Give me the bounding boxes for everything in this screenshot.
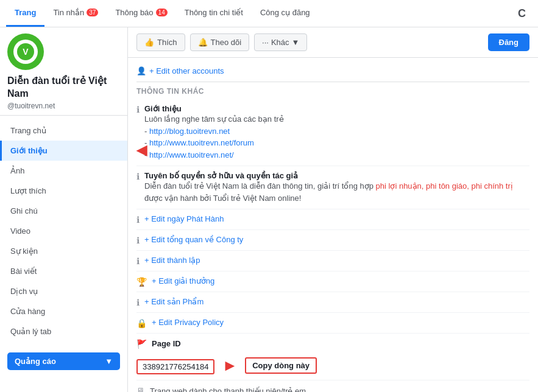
copy-dong-nay-label[interactable]: Copy dòng này: [245, 357, 317, 374]
edit-thanh-lap-link[interactable]: + Edit thành lập: [144, 256, 200, 265]
edit-giai-thuong-link[interactable]: + Edit giải thưởng: [152, 276, 214, 285]
forum-link[interactable]: http://www.tuoitrevn.net/forum: [149, 138, 254, 147]
edit-san-pham-link[interactable]: + Edit sản Phẩm: [144, 297, 204, 306]
person-icon: 👤: [136, 66, 146, 75]
tab-thong-tin-label: Thông tin chi tiết: [185, 8, 243, 17]
info-row-edit-tong-quan: ℹ + Edit tổng quan về Công ty: [136, 230, 529, 251]
tab-trang-label: Trang: [15, 8, 36, 17]
sidebar-username: @tuoitrevn.net: [7, 102, 120, 110]
info-circle-icon-6: ℹ: [136, 298, 140, 307]
info-row-edit-giai-thuong: 🏆 + Edit giải thưởng: [136, 271, 529, 292]
sidebar-gioi-thieu-label: Giới thiệu: [10, 146, 48, 155]
sidebar-item-ghi-chu[interactable]: Ghi chú: [0, 201, 127, 221]
info-row-gioi-thieu: ℹ Giới thiệu Luôn lắng nghe tâm sự của c…: [136, 99, 529, 166]
page-id-value[interactable]: 338921776254184: [136, 359, 214, 374]
arrow-right-icon: ◀: [136, 142, 147, 158]
info-row-edit-thanh-lap: ℹ + Edit thành lập: [136, 251, 529, 271]
sidebar-ghi-chu-label: Ghi chú: [10, 206, 38, 215]
nav-c-letter: C: [518, 7, 526, 20]
khac-button[interactable]: ··· Khác ▼: [254, 33, 307, 51]
sidebar-item-video[interactable]: Video: [0, 221, 127, 241]
edit-ngay-link[interactable]: + Edit ngày Phát Hành: [144, 214, 224, 223]
page-id-row: 338921776254184 ► Copy dòng này: [136, 356, 317, 375]
sidebar-item-dich-vu[interactable]: Dịch vụ: [0, 281, 127, 301]
arrow-right-page-id: ►: [222, 356, 238, 375]
info-row-page-id: 🚩 Page ID 338921776254184 ► Copy dòng nà…: [136, 334, 529, 380]
page-id-header: 🚩 Page ID: [136, 338, 181, 349]
action-buttons-row: 👍 Thích 🔔 Theo dõi ··· Khác ▼ Đăng: [128, 27, 538, 58]
dang-button[interactable]: Đăng: [488, 33, 530, 51]
ellipsis-icon: ···: [262, 38, 269, 47]
thong-bao-badge: 14: [156, 9, 168, 16]
shield-icon: 🔒: [136, 318, 147, 328]
sidebar-item-bai-viet[interactable]: Bài viết: [0, 261, 127, 281]
content-area: 👍 Thích 🔔 Theo dõi ··· Khác ▼ Đăng 👤 + E…: [128, 27, 538, 392]
avatar-inner: V: [13, 40, 38, 64]
info-section: 👤 + Edit other accounts THÔNG TIN KHÁC ℹ…: [128, 58, 538, 392]
tab-thong-bao-label: Thông báo: [115, 8, 153, 17]
sidebar-item-trang-chu[interactable]: Trang chủ: [0, 121, 127, 141]
trophy-icon: 🏆: [136, 277, 147, 287]
sidebar-su-kien-label: Sự kiện: [10, 247, 38, 256]
sidebar-page-name: Diễn đàn tuổi trẻ Việt Nam: [7, 75, 120, 100]
tab-tin-nhan-label: Tin nhắn: [53, 8, 84, 17]
tab-trang[interactable]: Trang: [6, 0, 44, 27]
sidebar-luot-thich-label: Lượt thích: [10, 186, 46, 195]
info-row-edit-ngay: ℹ + Edit ngày Phát Hành: [136, 209, 529, 230]
info-circle-icon-2: ℹ: [136, 172, 140, 181]
sidebar-item-quan-ly-tab[interactable]: Quản lý tab: [0, 321, 127, 341]
computer-icon: 🖥: [136, 386, 145, 392]
info-row-footer: 🖥 Trang web dành cho thanh thiếu niên/tr…: [136, 380, 529, 392]
tab-thong-tin-chi-tiet[interactable]: Thông tin chi tiết: [176, 0, 252, 27]
quangcao-label: Quảng cáo: [15, 357, 56, 366]
sidebar-item-luot-thich[interactable]: Lượt thích: [0, 181, 127, 201]
svg-text:V: V: [23, 47, 29, 57]
blog-link[interactable]: http://blog.tuoitrevn.net: [149, 127, 230, 136]
theo-doi-label: Theo dõi: [211, 38, 242, 47]
tab-tin-nhan[interactable]: Tin nhắn 37: [44, 0, 107, 27]
thich-button[interactable]: 👍 Thích: [136, 33, 185, 51]
tab-thong-bao[interactable]: Thông báo 14: [107, 0, 175, 27]
sidebar-bai-viet-label: Bài viết: [10, 267, 37, 276]
chevron-down-icon: ▼: [105, 357, 113, 366]
tuyen-bo-text: Diễn đàn tuổi trẻ Việt Nam là diễn đàn t…: [144, 180, 529, 204]
bell-icon: 🔔: [198, 38, 208, 47]
home-link[interactable]: http://www.tuoitrevn.net/: [149, 150, 234, 159]
sidebar-item-cua-hang[interactable]: Cửa hàng: [0, 301, 127, 321]
info-row-tuyen-bo: ℹ Tuyên bố quyền sở hữu và quyền tác giả…: [136, 166, 529, 209]
footer-text: Trang web dành cho thanh thiếu niên/trẻ …: [150, 385, 306, 392]
sidebar-item-anh[interactable]: Ảnh: [0, 161, 127, 181]
main-layout: V Diễn đàn tuổi trẻ Việt Nam @tuoitrevn.…: [0, 27, 538, 392]
info-circle-icon-5: ℹ: [136, 256, 140, 266]
gioi-thieu-label: Giới thiệu: [144, 104, 529, 113]
info-circle-icon-4: ℹ: [136, 236, 140, 245]
thich-label: Thích: [157, 38, 177, 47]
section-title-thong-tin: THÔNG TIN KHÁC: [136, 82, 529, 99]
nav-right: C: [512, 0, 532, 27]
sidebar-dich-vu-label: Dịch vụ: [10, 287, 38, 296]
flag-icon: 🚩: [136, 339, 147, 349]
khac-label: Khác: [271, 38, 289, 47]
edit-privacy-link[interactable]: + Edit Privacy Policy: [152, 318, 224, 327]
tin-nhan-badge: 37: [87, 9, 98, 16]
dang-label: Đăng: [499, 38, 519, 47]
chevron-down-icon: ▼: [292, 38, 300, 47]
theo-doi-button[interactable]: 🔔 Theo dõi: [190, 33, 250, 51]
edit-other-accounts-label: + Edit other accounts: [149, 66, 224, 75]
gioi-thieu-content: Giới thiệu Luôn lắng nghe tâm sự của các…: [144, 104, 529, 161]
edit-tong-quan-link[interactable]: + Edit tổng quan về Công ty: [144, 235, 243, 244]
tab-cong-cu-dang[interactable]: Công cụ đăng: [252, 0, 319, 27]
sidebar-trang-chu-label: Trang chủ: [10, 126, 46, 135]
edit-other-accounts-link[interactable]: 👤 + Edit other accounts: [136, 64, 529, 82]
sidebar-menu: Trang chủ Giới thiệu ◀ Ảnh Lượt thích Gh…: [0, 116, 127, 346]
sidebar-quan-ly-tab-label: Quản lý tab: [10, 327, 51, 336]
sidebar-profile: V Diễn đàn tuổi trẻ Việt Nam @tuoitrevn.…: [0, 27, 127, 116]
sidebar-item-gioi-thieu[interactable]: Giới thiệu ◀: [0, 141, 127, 161]
sidebar-video-label: Video: [10, 226, 30, 236]
gioi-thieu-text: Luôn lắng nghe tâm sự của các bạn trẻ - …: [144, 113, 529, 161]
tuyen-bo-label: Tuyên bố quyền sở hữu và quyền tác giả: [144, 171, 529, 180]
quangcao-button[interactable]: Quảng cáo ▼: [7, 352, 120, 370]
sidebar-anh-label: Ảnh: [10, 166, 24, 175]
sidebar: V Diễn đàn tuổi trẻ Việt Nam @tuoitrevn.…: [0, 27, 128, 392]
sidebar-item-su-kien[interactable]: Sự kiện: [0, 241, 127, 261]
